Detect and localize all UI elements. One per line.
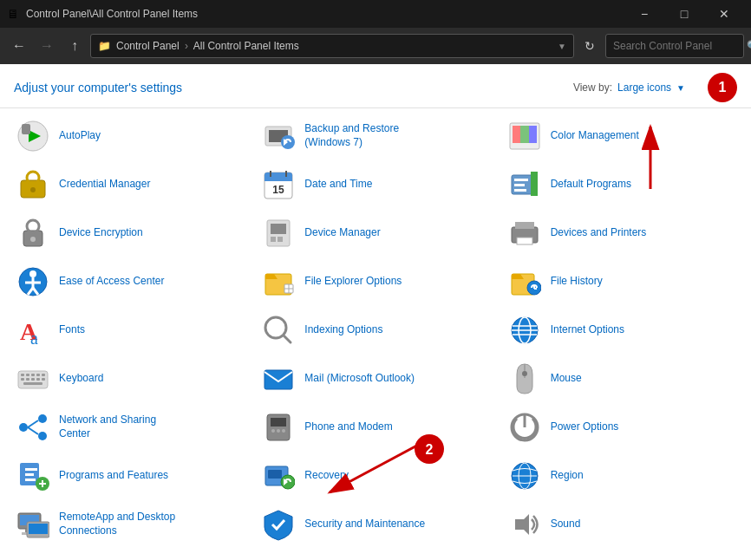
phone-modem-icon <box>261 410 296 445</box>
control-panel-item-internet-opts[interactable]: Internet Options <box>499 306 744 355</box>
control-panel-item-mail[interactable]: Mail (Microsoft Outlook) <box>252 355 498 403</box>
device-mgr-label: Device Manager <box>304 226 380 240</box>
control-panel-item-security-maint[interactable]: Security and Maintenance <box>252 500 498 549</box>
svg-rect-71 <box>21 378 24 381</box>
svg-point-79 <box>522 371 527 376</box>
svg-line-84 <box>28 427 38 434</box>
mouse-label: Mouse <box>551 372 582 386</box>
control-panel-item-autoplay[interactable]: AutoPlay <box>7 112 252 160</box>
sound-label: Sound <box>551 518 581 531</box>
address-dropdown-icon[interactable]: ▼ <box>558 42 566 51</box>
control-panel-item-phone-modem[interactable]: Phone and Modem <box>252 403 498 452</box>
svg-rect-30 <box>514 184 525 186</box>
control-panel-item-fonts[interactable]: AaFonts <box>7 306 252 355</box>
breadcrumb-part-1[interactable]: Control Panel <box>116 40 180 52</box>
breadcrumb-part-2[interactable]: All Control Panel Items <box>193 40 299 52</box>
refresh-button[interactable]: ↻ <box>578 34 602 58</box>
control-panel-item-ease-access[interactable]: Ease of Access Center <box>7 257 252 306</box>
control-panel-item-remoteapp[interactable]: RemoteApp and Desktop Connections <box>7 500 252 549</box>
control-panel-item-mouse[interactable]: Mouse <box>499 355 744 403</box>
date-time-icon: 15 <box>261 167 296 202</box>
view-by-control: View by: Large icons ▼ 1 <box>573 73 737 102</box>
file-history-label: File History <box>551 275 603 289</box>
control-panel-item-network-sharing[interactable]: Network and Sharing Center <box>7 403 252 452</box>
svg-rect-67 <box>26 374 29 376</box>
window-controls: − □ ✕ <box>624 0 744 28</box>
control-panel-item-file-history[interactable]: File History <box>499 257 744 306</box>
region-icon <box>507 459 542 493</box>
phone-modem-label: Phone and Modem <box>304 420 392 434</box>
recovery-label: Recovery <box>304 469 349 483</box>
svg-point-43 <box>29 270 36 277</box>
view-by-dropdown-icon[interactable]: ▼ <box>676 83 685 93</box>
svg-marker-28 <box>531 172 538 196</box>
content-header: Adjust your computer's settings View by:… <box>0 64 751 108</box>
maximize-button[interactable]: □ <box>664 0 704 28</box>
svg-marker-112 <box>515 514 529 535</box>
svg-rect-15 <box>513 126 520 143</box>
control-panel-item-region[interactable]: Region <box>499 452 744 500</box>
sound-icon <box>507 507 542 542</box>
indexing-label: Indexing Options <box>304 323 382 337</box>
svg-rect-72 <box>26 378 29 381</box>
back-button[interactable]: ← <box>7 34 31 58</box>
minimize-button[interactable]: − <box>624 0 664 28</box>
svg-text:15: 15 <box>273 184 285 196</box>
up-button[interactable]: ↑ <box>62 34 87 58</box>
svg-rect-41 <box>517 238 532 244</box>
svg-rect-38 <box>278 237 283 242</box>
control-panel-item-indexing[interactable]: Indexing Options <box>252 306 498 355</box>
file-explorer-label: File Explorer Options <box>304 275 402 289</box>
control-panel-item-color-mgmt[interactable]: Color Management <box>499 112 744 160</box>
svg-rect-69 <box>36 374 40 376</box>
region-label: Region <box>551 469 584 483</box>
control-panel-item-device-mgr[interactable]: Device Manager <box>252 209 498 257</box>
control-panel-item-storage-spaces[interactable]: Storage Spaces <box>7 549 252 560</box>
address-input[interactable]: 📁 Control Panel › All Control Panel Item… <box>90 34 574 58</box>
internet-opts-icon <box>507 313 542 348</box>
network-sharing-label: Network and Sharing Center <box>59 413 156 440</box>
svg-line-83 <box>28 420 38 427</box>
svg-point-89 <box>282 429 285 433</box>
backup-restore-icon <box>261 119 296 153</box>
svg-rect-111 <box>29 524 48 534</box>
search-input[interactable] <box>613 40 743 52</box>
svg-rect-17 <box>529 126 537 143</box>
control-panel-item-default-prog[interactable]: Default Programs <box>499 160 744 209</box>
forward-button[interactable]: → <box>35 34 59 58</box>
credential-icon <box>16 167 50 202</box>
svg-rect-36 <box>271 224 286 234</box>
control-panel-item-keyboard[interactable]: Keyboard <box>7 355 252 403</box>
svg-rect-29 <box>514 179 528 181</box>
fonts-label: Fonts <box>59 323 85 337</box>
control-panel-item-devices-printers[interactable]: Devices and Printers <box>499 209 744 257</box>
power-opts-icon <box>507 410 542 445</box>
control-panel-item-sound[interactable]: Sound <box>499 500 744 549</box>
ease-access-icon <box>16 264 50 299</box>
main-area: Adjust your computer's settings View by:… <box>0 64 751 560</box>
svg-rect-74 <box>36 378 40 381</box>
control-panel-item-date-time[interactable]: 15Date and Time <box>252 160 498 209</box>
svg-rect-23 <box>264 179 292 181</box>
control-panel-item-power-opts[interactable]: Power Options <box>499 403 744 452</box>
close-button[interactable]: ✕ <box>704 0 744 28</box>
title-bar: 🖥 Control Panel\All Control Panel Items … <box>0 0 751 28</box>
search-icon: 🔍 <box>747 40 751 52</box>
view-by-value[interactable]: Large icons <box>617 81 671 94</box>
control-panel-item-file-explorer[interactable]: File Explorer Options <box>252 257 498 306</box>
svg-rect-77 <box>264 370 292 389</box>
svg-point-82 <box>38 432 47 440</box>
control-panel-item-programs-feat[interactable]: Programs and Features <box>7 452 252 500</box>
svg-rect-16 <box>520 126 529 143</box>
control-panel-item-recovery[interactable]: Recovery <box>252 452 498 500</box>
date-time-label: Date and Time <box>304 178 372 192</box>
control-panel-item-backup-restore[interactable]: Backup and Restore (Windows 7) <box>252 112 498 160</box>
view-by-label: View by: <box>573 81 612 94</box>
security-maint-label: Security and Maintenance <box>304 518 425 531</box>
svg-point-88 <box>277 429 280 433</box>
control-panel-item-credential[interactable]: Credential Manager <box>7 160 252 209</box>
svg-rect-8 <box>22 124 30 134</box>
autoplay-icon <box>16 119 50 153</box>
control-panel-item-device-enc[interactable]: Device Encryption <box>7 209 252 257</box>
svg-point-80 <box>19 423 28 432</box>
